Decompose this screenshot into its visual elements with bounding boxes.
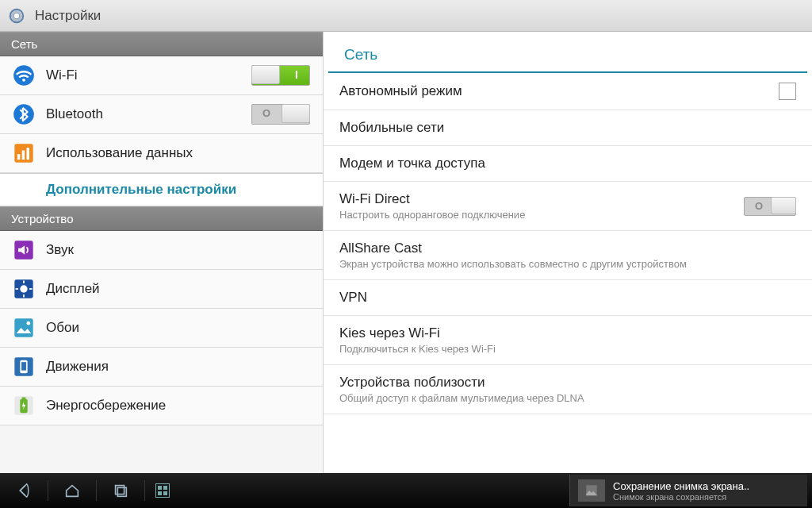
sidebar-item-power-saving[interactable]: Энергосбережение [0,387,323,425]
svg-rect-9 [27,148,30,160]
sidebar-item-wifi[interactable]: Wi-Fi [0,56,323,95]
svg-rect-24 [22,398,26,400]
detail-item-subtitle: Настроить одноранговое подключение [339,209,744,221]
svg-rect-7 [17,154,20,160]
sidebar-item-label: Wi-Fi [46,67,78,83]
notification-title: Сохранение снимка экрана.. [613,480,749,492]
sidebar-item-label: Дисплей [46,281,100,297]
wifi-direct-toggle[interactable] [744,197,796,216]
recent-apps-button[interactable] [97,473,144,508]
sidebar-item-label: Обои [46,320,79,336]
sidebar-item-label: Движения [46,359,109,375]
sidebar-section-device: Устройство [0,206,323,231]
detail-item-title: Мобильные сети [339,120,796,136]
sidebar-item-label: Bluetooth [46,106,103,122]
detail-item-title: VPN [339,290,796,306]
detail-pane: Сеть Автономный режим Мобильные сети Мод… [324,32,812,473]
detail-item-allshare-cast[interactable]: AllShare Cast Экран устройства можно исп… [324,231,812,280]
detail-item-title: Устройства поблизости [339,375,796,391]
screenshot-button[interactable] [145,473,180,508]
svg-rect-21 [21,362,26,371]
detail-item-nearby-devices[interactable]: Устройства поблизости Общий доступ к фай… [324,365,812,414]
svg-rect-8 [22,151,25,160]
svg-point-4 [22,79,25,82]
wifi-toggle[interactable] [251,65,310,86]
sidebar-item-more-settings[interactable]: Дополнительные настройки [0,173,323,206]
svg-rect-17 [14,318,33,337]
back-button[interactable] [0,473,48,508]
sidebar-section-network: Сеть [0,32,323,56]
detail-item-title: AllShare Cast [339,241,796,256]
data-usage-icon [13,142,35,164]
sidebar-item-wallpaper[interactable]: Обои [0,309,323,348]
sidebar-item-label: Дополнительные настройки [46,182,236,198]
detail-header: Сеть [328,32,807,73]
system-navbar: Сохранение снимка экрана.. Снимок экрана… [0,473,812,508]
detail-item-subtitle: Подключиться к Kies через Wi-Fi [339,343,796,355]
detail-item-subtitle: Общий доступ к файлам мультимедиа через … [339,392,796,404]
detail-item-vpn[interactable]: VPN [324,280,812,316]
svg-rect-26 [117,487,126,496]
motion-icon [13,356,35,378]
airplane-checkbox[interactable] [779,83,796,100]
detail-item-title: Wi-Fi Direct [339,191,744,207]
svg-rect-25 [116,486,124,495]
sidebar-item-label: Энергосбережение [46,398,166,414]
detail-item-wifi-direct[interactable]: Wi-Fi Direct Настроить одноранговое подк… [324,182,812,231]
settings-gear-icon [8,7,25,25]
notification-thumbnail-icon [578,479,605,502]
detail-item-airplane[interactable]: Автономный режим [324,73,812,110]
wifi-icon [13,64,35,87]
sidebar-item-label: Звук [46,242,74,258]
bluetooth-toggle[interactable] [251,104,310,125]
titlebar: Настройки [0,0,812,32]
home-button[interactable] [48,473,96,508]
svg-point-18 [27,321,31,325]
page-title: Настройки [35,8,101,24]
detail-item-kies[interactable]: Kies через Wi-Fi Подключиться к Kies чер… [324,316,812,365]
wallpaper-icon [13,317,35,339]
detail-item-title: Автономный режим [339,83,779,99]
sidebar-item-motion[interactable]: Движения [0,348,323,387]
sidebar-item-bluetooth[interactable]: Bluetooth [0,95,323,134]
detail-item-title: Kies через Wi-Fi [339,325,796,341]
svg-point-2 [14,13,19,17]
battery-icon [13,394,35,417]
notification-toast[interactable]: Сохранение снимка экрана.. Снимок экрана… [569,475,807,506]
detail-item-tethering[interactable]: Модем и точка доступа [324,146,812,182]
svg-point-5 [13,104,34,125]
display-icon [13,278,35,300]
detail-item-title: Модем и точка доступа [339,156,796,171]
settings-sidebar: Сеть Wi-Fi Bluetooth [0,32,324,473]
sidebar-item-display[interactable]: Дисплей [0,270,323,309]
svg-point-12 [20,285,27,292]
sidebar-item-label: Использование данных [46,145,193,161]
sound-icon [13,239,35,261]
sidebar-item-sound[interactable]: Звук [0,231,323,270]
notification-subtitle: Снимок экрана сохраняется [613,492,749,502]
bluetooth-icon [13,103,35,125]
detail-item-mobile-networks[interactable]: Мобильные сети [324,110,812,146]
detail-item-subtitle: Экран устройства можно использовать совм… [339,258,796,270]
sidebar-item-data-usage[interactable]: Использование данных [0,134,323,173]
